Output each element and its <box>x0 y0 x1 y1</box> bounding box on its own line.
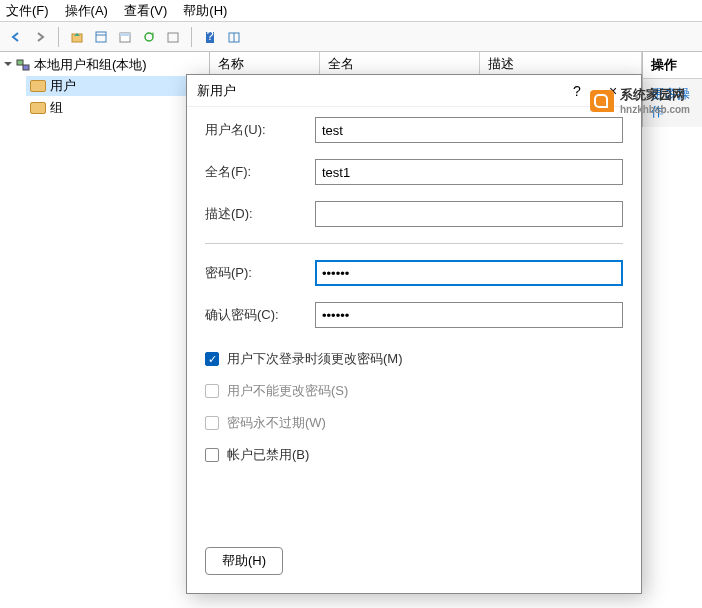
checkbox-never-expire <box>205 416 219 430</box>
checkbox-disabled[interactable] <box>205 448 219 462</box>
tree-root-item[interactable]: 本地用户和组(本地) <box>6 56 203 74</box>
up-icon[interactable] <box>67 27 87 47</box>
watermark-icon <box>590 90 614 112</box>
new-user-dialog: 新用户 ? × 用户名(U): 全名(F): 描述(D): <box>186 74 642 594</box>
details-pane-icon[interactable] <box>224 27 244 47</box>
watermark-sub: hnzkhbsb.com <box>620 104 690 115</box>
col-name[interactable]: 名称 <box>210 52 320 75</box>
row-never-expire: 密码永不过期(W) <box>205 414 623 432</box>
list-headers: 名称 全名 描述 <box>210 52 642 76</box>
checkbox-must-change[interactable]: ✓ <box>205 352 219 366</box>
col-description[interactable]: 描述 <box>480 52 642 75</box>
input-username[interactable] <box>315 117 623 143</box>
checkbox-cannot-change <box>205 384 219 398</box>
ops-header: 操作 <box>643 52 702 79</box>
label-never-expire: 密码永不过期(W) <box>227 414 326 432</box>
dialog-body: 用户名(U): 全名(F): 描述(D): 密码(P): 确认密码 <box>187 107 641 537</box>
label-description: 描述(D): <box>205 205 315 223</box>
label-cannot-change: 用户不能更改密码(S) <box>227 382 348 400</box>
dialog-title: 新用户 <box>197 82 559 100</box>
tree-item-groups[interactable]: 组 <box>26 98 203 118</box>
svg-rect-6 <box>168 33 178 42</box>
label-must-change: 用户下次登录时须更改密码(M) <box>227 350 403 368</box>
content-area: 本地用户和组(本地) 用户 组 名称 全名 描述 操作 更多操作 <box>0 52 702 127</box>
folder-icon <box>30 80 46 92</box>
menu-action[interactable]: 操作(A) <box>65 2 108 20</box>
col-fullname[interactable]: 全名 <box>320 52 480 75</box>
divider <box>205 243 623 244</box>
svg-rect-11 <box>17 60 23 65</box>
tree-item-users[interactable]: 用户 <box>26 76 203 96</box>
svg-text:?: ? <box>206 30 213 43</box>
row-fullname: 全名(F): <box>205 159 623 185</box>
forward-icon[interactable] <box>30 27 50 47</box>
label-username: 用户名(U): <box>205 121 315 139</box>
svg-point-5 <box>145 33 153 41</box>
tree-item-label: 用户 <box>50 77 76 95</box>
calendar-icon[interactable] <box>115 27 135 47</box>
label-disabled: 帐户已禁用(B) <box>227 446 309 464</box>
help-button[interactable]: 帮助(H) <box>205 547 283 575</box>
help-icon[interactable]: ? <box>200 27 220 47</box>
input-confirm-password[interactable] <box>315 302 623 328</box>
label-fullname: 全名(F): <box>205 163 315 181</box>
tree-panel: 本地用户和组(本地) 用户 组 <box>0 52 210 127</box>
tree-item-label: 组 <box>50 99 63 117</box>
input-description[interactable] <box>315 201 623 227</box>
row-description: 描述(D): <box>205 201 623 227</box>
row-username: 用户名(U): <box>205 117 623 143</box>
svg-rect-1 <box>96 32 106 42</box>
row-must-change[interactable]: ✓ 用户下次登录时须更改密码(M) <box>205 350 623 368</box>
row-disabled[interactable]: 帐户已禁用(B) <box>205 446 623 464</box>
properties-icon[interactable] <box>91 27 111 47</box>
menu-help[interactable]: 帮助(H) <box>183 2 227 20</box>
menu-view[interactable]: 查看(V) <box>124 2 167 20</box>
root-icon <box>16 58 30 72</box>
row-cannot-change: 用户不能更改密码(S) <box>205 382 623 400</box>
menu-file[interactable]: 文件(F) <box>6 2 49 20</box>
divider <box>191 27 192 47</box>
watermark-text: 系统家园网 <box>620 87 685 102</box>
back-icon[interactable] <box>6 27 26 47</box>
refresh-icon[interactable] <box>139 27 159 47</box>
label-confirm-password: 确认密码(C): <box>205 306 315 324</box>
menu-bar: 文件(F) 操作(A) 查看(V) 帮助(H) <box>0 0 702 22</box>
folder-icon <box>30 102 46 114</box>
svg-rect-4 <box>120 33 130 36</box>
input-fullname[interactable] <box>315 159 623 185</box>
row-confirm-password: 确认密码(C): <box>205 302 623 328</box>
row-password: 密码(P): <box>205 260 623 286</box>
dialog-footer: 帮助(H) <box>187 537 641 593</box>
dialog-titlebar[interactable]: 新用户 ? × <box>187 75 641 107</box>
tree-root-label: 本地用户和组(本地) <box>34 56 147 74</box>
label-password: 密码(P): <box>205 264 315 282</box>
toolbar: ? <box>0 22 702 52</box>
input-password[interactable] <box>315 260 623 286</box>
watermark: 系统家园网 hnzkhbsb.com <box>590 86 690 115</box>
expand-icon <box>4 62 12 66</box>
svg-rect-12 <box>23 65 29 70</box>
divider <box>58 27 59 47</box>
export-icon[interactable] <box>163 27 183 47</box>
